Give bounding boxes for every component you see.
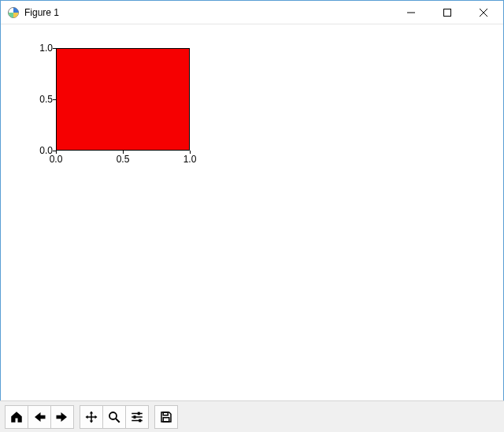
- maximize-icon: [443, 9, 451, 17]
- ytick-mark: [53, 99, 56, 100]
- fill-patch: [57, 48, 190, 150]
- forward-arrow-icon: [55, 410, 69, 424]
- xtick-label: 0.5: [107, 154, 139, 165]
- plot-area: [56, 48, 190, 151]
- back-button[interactable]: [28, 405, 51, 429]
- figure-canvas: 0.0 0.5 1.0 0.0 0.5 1.0: [1, 24, 503, 400]
- chart-axes: 0.0 0.5 1.0 0.0 0.5 1.0: [17, 40, 206, 182]
- svg-point-5: [109, 412, 117, 419]
- svg-rect-14: [163, 417, 169, 421]
- move-icon: [84, 410, 98, 424]
- svg-rect-12: [139, 419, 141, 422]
- home-button[interactable]: [5, 405, 28, 429]
- pan-button[interactable]: [80, 405, 103, 429]
- forward-button[interactable]: [50, 405, 74, 429]
- svg-rect-8: [138, 412, 140, 415]
- svg-rect-2: [444, 9, 451, 16]
- close-icon: [480, 9, 487, 17]
- ytick-mark: [53, 48, 56, 49]
- nav-toolbar: [0, 400, 504, 432]
- home-icon: [9, 410, 24, 424]
- maximize-button[interactable]: [429, 1, 465, 24]
- save-button[interactable]: [154, 405, 178, 429]
- xtick-label: 0.0: [40, 154, 72, 165]
- ytick-label: 0.5: [13, 94, 53, 105]
- svg-line-6: [116, 418, 120, 422]
- svg-rect-10: [134, 415, 136, 419]
- minimize-button[interactable]: [393, 1, 429, 24]
- save-icon: [159, 410, 173, 424]
- zoom-button[interactable]: [102, 405, 126, 429]
- svg-rect-13: [163, 412, 168, 415]
- titlebar: Figure 1: [1, 1, 503, 24]
- sliders-icon: [130, 410, 144, 424]
- back-arrow-icon: [32, 410, 46, 424]
- zoom-icon: [107, 410, 121, 424]
- minimize-icon: [407, 9, 415, 17]
- window-title: Figure 1: [24, 7, 59, 18]
- configure-subplots-button[interactable]: [125, 405, 149, 429]
- ytick-label: 1.0: [13, 43, 53, 54]
- app-icon: [7, 6, 20, 19]
- close-button[interactable]: [465, 1, 502, 24]
- xtick-label: 1.0: [174, 154, 206, 165]
